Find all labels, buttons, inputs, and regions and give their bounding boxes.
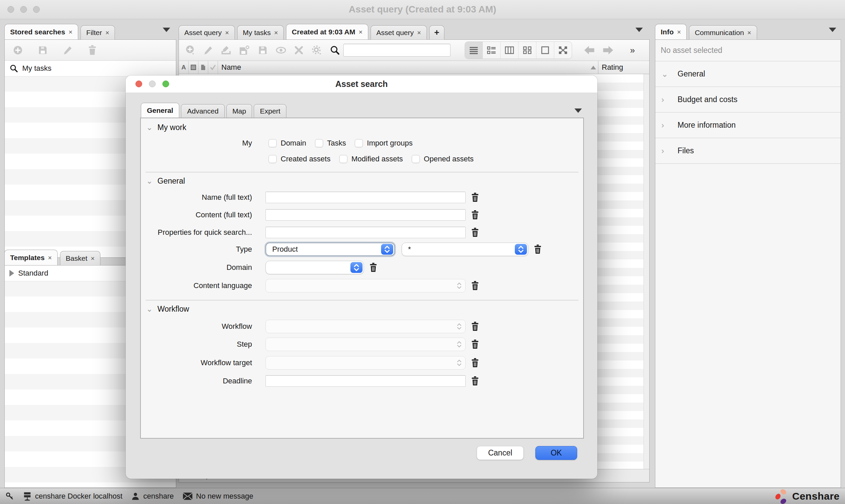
clear-field-icon[interactable] — [471, 322, 479, 331]
checkbox-domain[interactable]: Domain — [269, 139, 306, 147]
add-asset-icon[interactable] — [185, 45, 196, 56]
clear-field-icon[interactable] — [471, 228, 479, 237]
edit-icon[interactable] — [63, 45, 73, 55]
dialog-menu-icon[interactable] — [574, 108, 582, 113]
tab-close-icon[interactable]: × — [91, 255, 95, 262]
ok-button[interactable]: OK — [535, 446, 577, 460]
section-workflow[interactable]: ⌄ Workflow — [146, 305, 189, 314]
edit-icon[interactable] — [203, 45, 213, 55]
section-general[interactable]: ⌄ General — [146, 177, 185, 186]
checkbox[interactable] — [339, 155, 347, 163]
back-arrow-icon[interactable] — [583, 45, 595, 55]
tab-close-icon[interactable]: × — [48, 254, 52, 261]
checkbox-modified-assets[interactable]: Modified assets — [339, 155, 403, 163]
clear-field-icon[interactable] — [471, 210, 479, 220]
clear-field-icon[interactable] — [471, 193, 479, 202]
tab-templates[interactable]: Templates × — [4, 250, 58, 265]
vertical-scrollbar[interactable] — [644, 74, 649, 469]
checkbox[interactable] — [412, 155, 420, 163]
column-icon-check[interactable] — [208, 61, 218, 74]
section-budget-and-costs[interactable]: › Budget and costs — [655, 87, 841, 112]
view-grid-button[interactable] — [519, 42, 536, 59]
column-name[interactable]: Name — [218, 63, 598, 72]
dialog-tab-map[interactable]: Map — [227, 104, 252, 118]
clear-field-icon[interactable] — [471, 376, 479, 386]
tab-basket[interactable]: Basket × — [60, 251, 101, 265]
tab-close-icon[interactable]: × — [417, 29, 421, 36]
view-list-button[interactable] — [465, 42, 483, 59]
tab-close-icon[interactable]: × — [677, 29, 681, 35]
save-icon[interactable] — [258, 45, 268, 55]
save-icon[interactable] — [38, 45, 48, 55]
type-wildcard-select[interactable]: * — [401, 242, 528, 256]
clear-field-icon[interactable] — [471, 281, 479, 290]
server-status[interactable]: censhare Docker localhost — [23, 491, 122, 501]
tab-close-icon[interactable]: × — [68, 29, 72, 35]
name-fulltext-input[interactable] — [266, 192, 466, 203]
toolbar-overflow-icon[interactable]: » — [630, 45, 635, 56]
view-scatter-button[interactable] — [554, 42, 572, 59]
tab-filter[interactable]: Filter × — [80, 25, 115, 39]
panel-menu-icon[interactable] — [635, 28, 643, 32]
clear-field-icon[interactable] — [534, 245, 542, 254]
search-input[interactable] — [343, 44, 450, 57]
domain-select[interactable] — [266, 261, 364, 274]
tab-close-icon[interactable]: × — [106, 29, 109, 36]
checkbox[interactable] — [315, 139, 323, 147]
view-detail-list-button[interactable] — [483, 42, 501, 59]
message-status[interactable]: No new message — [183, 492, 253, 501]
list-item[interactable]: My tasks — [5, 61, 176, 76]
tab-close-icon[interactable]: × — [274, 29, 278, 36]
tab-close-icon[interactable]: × — [747, 29, 751, 36]
user-status[interactable]: censhare — [131, 492, 174, 501]
column-icon-page[interactable] — [198, 61, 208, 74]
column-icon-list[interactable] — [189, 61, 198, 74]
panel-menu-icon[interactable] — [829, 28, 836, 32]
disclosure-triangle-icon[interactable] — [10, 270, 14, 276]
cancel-icon[interactable] — [294, 46, 304, 55]
checkbox[interactable] — [269, 139, 276, 147]
column-rating[interactable]: Rating — [598, 61, 649, 74]
preview-icon[interactable] — [275, 45, 287, 55]
section-files[interactable]: › Files — [655, 138, 841, 164]
checkbox-opened-assets[interactable]: Opened assets — [412, 155, 474, 163]
dialog-tab-advanced[interactable]: Advanced — [181, 104, 224, 118]
tab-close-icon[interactable]: × — [225, 29, 229, 36]
deadline-input[interactable] — [266, 375, 466, 387]
checkbox-tasks[interactable]: Tasks — [315, 139, 346, 147]
tab-communication[interactable]: Communication × — [689, 25, 757, 39]
tab-asset-query-2[interactable]: Asset query × — [371, 25, 427, 39]
section-more-information[interactable]: › More information — [655, 112, 841, 138]
clear-field-icon[interactable] — [471, 358, 479, 367]
properties-quick-search-input[interactable] — [266, 227, 466, 238]
checkbox-created-assets[interactable]: Created assets — [269, 155, 330, 163]
checkin-cancel-icon[interactable] — [239, 45, 250, 56]
forward-arrow-icon[interactable] — [603, 45, 614, 55]
view-columns-button[interactable] — [501, 42, 519, 59]
dialog-tab-expert[interactable]: Expert — [254, 104, 286, 118]
tab-created-at[interactable]: Created at 9:03 AM × — [286, 24, 368, 39]
delete-icon[interactable] — [88, 45, 97, 55]
tab-stored-searches[interactable]: Stored searches × — [4, 24, 78, 39]
dialog-tab-general[interactable]: General — [141, 103, 179, 118]
content-fulltext-input[interactable] — [266, 209, 466, 221]
tab-my-tasks[interactable]: My tasks × — [237, 25, 284, 39]
checkbox[interactable] — [269, 155, 276, 163]
panel-menu-icon[interactable] — [163, 28, 170, 32]
settings-gear-icon[interactable] — [311, 44, 322, 56]
section-my-work[interactable]: ⌄ My work — [146, 123, 186, 132]
column-icon-type[interactable]: A — [179, 61, 189, 74]
section-general[interactable]: ⌄ General — [655, 61, 841, 87]
type-select[interactable]: Product — [266, 242, 395, 256]
checkout-edit-icon[interactable] — [221, 45, 232, 55]
key-icon[interactable] — [5, 492, 14, 501]
view-single-button[interactable] — [536, 42, 554, 59]
add-icon[interactable] — [13, 45, 23, 55]
tab-info[interactable]: Info × — [655, 24, 687, 39]
cancel-button[interactable]: Cancel — [477, 446, 524, 460]
clear-field-icon[interactable] — [471, 340, 479, 349]
checkbox-import-groups[interactable]: Import groups — [355, 139, 413, 147]
new-tab-button[interactable]: + — [429, 25, 444, 39]
tab-asset-query-1[interactable]: Asset query × — [179, 25, 235, 39]
clear-field-icon[interactable] — [369, 263, 377, 272]
